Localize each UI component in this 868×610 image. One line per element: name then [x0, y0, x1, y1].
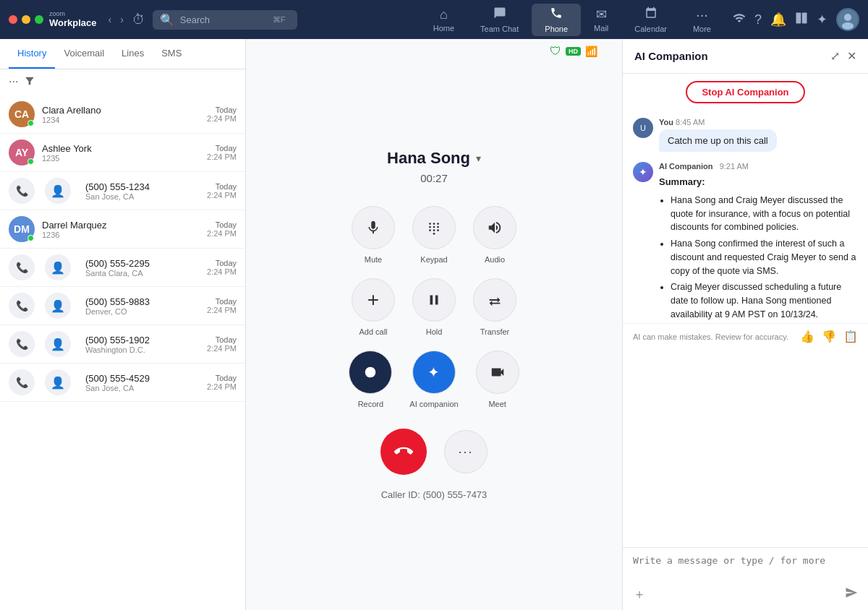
tab-lines[interactable]: Lines	[113, 39, 153, 69]
mail-icon: ✉	[596, 7, 607, 22]
record-icon-circle	[349, 351, 392, 394]
add-call-button[interactable]: + Add call	[352, 278, 395, 336]
user-message: U You 8:45 AM Catch me up on this call	[633, 118, 858, 152]
phone-icon: 📞	[16, 262, 28, 273]
audio-button[interactable]: Audio	[473, 206, 516, 264]
phone-icon-container: 📞	[9, 254, 35, 280]
nav-phone[interactable]: Phone	[532, 4, 581, 36]
end-call-button[interactable]	[380, 429, 427, 475]
copy-icon[interactable]: 📋	[843, 330, 858, 343]
split-icon[interactable]	[795, 12, 808, 28]
list-item[interactable]: CA Clara Arellano 1234 Today 2:24 PM	[0, 95, 245, 134]
keypad-button[interactable]: Keypad	[412, 206, 456, 264]
add-call-label: Add call	[359, 327, 387, 336]
transfer-label: Transfer	[480, 327, 510, 336]
list-item[interactable]: 📞 👤 (500) 555-9883 Denver, CO Today 2:24…	[0, 287, 245, 325]
forward-arrow[interactable]: ›	[117, 12, 127, 27]
svg-point-14	[433, 233, 435, 235]
svg-rect-0	[796, 12, 801, 23]
tab-history[interactable]: History	[9, 39, 55, 69]
thumbs-up-icon[interactable]: 👍	[800, 330, 814, 343]
list-item[interactable]: 📞 👤 (500) 555-1902 Washington D.C. Today…	[0, 325, 245, 364]
shield-icon: 🛡	[550, 45, 561, 58]
tab-sms[interactable]: SMS	[153, 39, 190, 69]
svg-point-5	[429, 223, 431, 225]
summary-item: Hana Song confirmed the interest of such…	[671, 237, 858, 278]
nav-more[interactable]: ··· More	[680, 4, 724, 36]
stop-ai-companion-button[interactable]: Stop AI Companion	[686, 81, 804, 103]
star-icon[interactable]: ✦	[817, 12, 827, 27]
search-bar[interactable]: 🔍 ⌘F	[153, 10, 297, 30]
call-action-row: ···	[380, 429, 488, 475]
call-name-chevron[interactable]: ▾	[476, 152, 481, 164]
add-icon[interactable]: ＋	[633, 585, 646, 603]
contact-time: Today 2:24 PM	[207, 335, 237, 353]
contact-info: (500) 555-1902 Washington D.C.	[85, 335, 207, 354]
user-avatar[interactable]	[836, 8, 859, 31]
avatar: AY	[9, 139, 35, 166]
ai-close-icon[interactable]: ✕	[847, 49, 856, 63]
thumbs-down-icon[interactable]: 👎	[822, 330, 836, 343]
close-dot[interactable]	[9, 15, 17, 24]
nav-home[interactable]: ⌂ Home	[420, 4, 467, 35]
ai-expand-icon[interactable]: ⤢	[830, 49, 840, 63]
help-icon[interactable]: ?	[754, 12, 762, 27]
transfer-icon-circle	[473, 278, 516, 322]
minimize-dot[interactable]	[22, 15, 30, 24]
nav-mail[interactable]: ✉ Mail	[581, 4, 621, 35]
list-item[interactable]: DM Darrel Marquez 1236 Today 2:24 PM	[0, 210, 245, 249]
phone-icon: 📞	[16, 338, 28, 350]
audio-label: Audio	[485, 255, 505, 264]
hd-badge: HD	[566, 47, 581, 56]
online-indicator	[27, 158, 34, 165]
nav-team-chat[interactable]: Team Chat	[467, 4, 532, 36]
list-item[interactable]: AY Ashlee York 1235 Today 2:24 PM	[0, 134, 245, 172]
user-icon: 👤	[51, 376, 65, 390]
filter-icon[interactable]	[24, 75, 35, 90]
maximize-dot[interactable]	[35, 15, 43, 24]
contact-info: Ashlee York 1235	[42, 143, 207, 163]
bot-avatar: ✦	[633, 162, 653, 182]
avatar: DM	[9, 216, 35, 242]
history-icon[interactable]: ⏱	[132, 12, 145, 27]
nav-calendar[interactable]: Calendar	[621, 4, 680, 36]
call-name-row: Hana Song ▾	[387, 149, 481, 168]
phone-nav-icon	[550, 7, 563, 23]
mute-icon-circle	[352, 206, 395, 249]
bell-icon[interactable]: 🔔	[770, 12, 786, 27]
hold-button[interactable]: Hold	[412, 278, 456, 336]
contact-location: San Jose, CA	[85, 192, 207, 201]
contact-name: Clara Arellano	[42, 105, 207, 116]
list-item[interactable]: 📞 👤 (500) 555-4529 San Jose, CA Today 2:…	[0, 364, 245, 402]
navigation-arrows: ‹ ›	[106, 12, 127, 27]
contact-time: Today 2:24 PM	[207, 374, 237, 391]
record-button[interactable]: Record	[349, 351, 392, 408]
wifi-icon[interactable]	[733, 12, 746, 28]
list-item[interactable]: 📞 👤 (500) 555-1234 San Jose, CA Today 2:…	[0, 172, 245, 210]
contact-name: (500) 555-1234	[85, 181, 207, 192]
send-icon[interactable]	[845, 586, 858, 603]
contact-time: Today 2:24 PM	[207, 182, 237, 199]
tab-voicemail[interactable]: Voicemail	[55, 39, 113, 69]
sidebar-toolbar: ···	[0, 69, 245, 95]
ai-message-input[interactable]	[633, 555, 858, 578]
ai-messages-area: U You 8:45 AM Catch me up on this call ✦…	[623, 111, 868, 323]
more-call-options-button[interactable]: ···	[444, 430, 488, 473]
back-arrow[interactable]: ‹	[106, 12, 115, 27]
more-options-icon[interactable]: ···	[9, 75, 18, 90]
transfer-button[interactable]: Transfer	[473, 278, 516, 336]
contact-location: Santa Clara, CA	[85, 269, 207, 278]
user-icon: 👤	[51, 261, 65, 275]
svg-point-4	[842, 22, 854, 30]
contact-time: Today 2:24 PM	[207, 297, 237, 314]
contact-name: (500) 555-1902	[85, 335, 207, 345]
search-input[interactable]	[180, 14, 267, 25]
nav-phone-label: Phone	[545, 25, 568, 33]
nav-team-chat-label: Team Chat	[480, 25, 519, 33]
meet-button[interactable]: Meet	[476, 351, 519, 408]
mute-button[interactable]: Mute	[352, 206, 395, 264]
ai-empty-space	[623, 349, 868, 547]
contact-name: (500) 555-9883	[85, 296, 207, 307]
list-item[interactable]: 📞 👤 (500) 555-2295 Santa Clara, CA Today…	[0, 249, 245, 287]
ai-companion-button[interactable]: ✦ AI companion	[409, 351, 458, 408]
